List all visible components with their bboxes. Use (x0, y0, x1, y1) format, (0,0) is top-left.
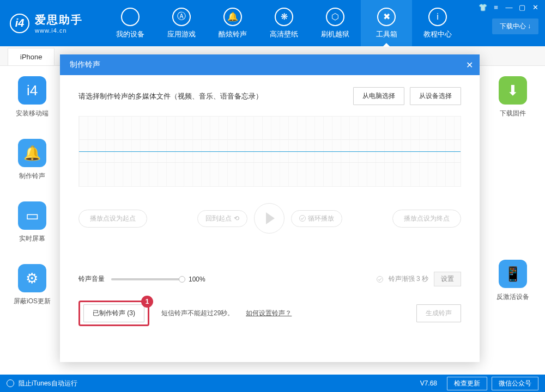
sms-hint: 短信铃声不能超过29秒。 (161, 309, 234, 318)
tool-install-mobile[interactable]: i4安装移动端 (16, 76, 49, 118)
fade-settings-button[interactable]: 设置 (434, 272, 461, 286)
close-icon[interactable]: ✕ (531, 3, 540, 11)
tools-icon: ✖ (377, 8, 396, 26)
apps-icon: Ⓐ (172, 8, 191, 26)
circle-icon (7, 379, 14, 387)
nav-apps[interactable]: Ⓐ应用游戏 (156, 0, 207, 46)
made-ringtones-highlight: 已制作铃声 (3) 1 (78, 301, 149, 326)
logo-icon: i4 (10, 14, 29, 33)
tab-iphone[interactable]: iPhone (8, 48, 55, 65)
shirt-icon[interactable]: 👕 (479, 3, 487, 11)
set-end-button[interactable]: 播放点设为终点 (392, 210, 461, 228)
check-update-button[interactable]: 检查更新 (447, 377, 487, 390)
choose-from-pc-button[interactable]: 从电脑选择 (353, 87, 404, 105)
download-center-button[interactable]: 下载中心 ↓ (492, 19, 538, 34)
play-button[interactable] (254, 203, 284, 234)
info-icon: i (428, 8, 447, 26)
set-start-button[interactable]: 播放点设为起点 (78, 210, 147, 228)
select-file-prompt: 请选择制作铃声的多媒体文件（视频、音乐、语音备忘录） (78, 91, 263, 101)
bell-icon: 🔔 (223, 8, 242, 26)
version-label: V7.68 (420, 379, 437, 387)
wechat-button[interactable]: 微信公众号 (492, 377, 538, 390)
gear-icon: ⚙ (18, 264, 46, 292)
tool-realtime-screen[interactable]: ▭实时屏幕 (18, 201, 46, 243)
brand-logo: i4 爱思助手 www.i4.cn (10, 13, 83, 34)
bell-plus-icon: 🔔 (18, 139, 46, 167)
generate-ringtone-button[interactable]: 生成铃声 (416, 304, 461, 322)
volume-slider[interactable] (111, 278, 182, 280)
cube-down-icon: ⬇ (499, 76, 527, 105)
nav-tutorials[interactable]: i教程中心 (412, 0, 463, 46)
rewind-icon: ⟲ (234, 215, 239, 222)
window-controls: 👕 ≡ — ▢ ✕ (479, 3, 540, 11)
monitor-icon: ▭ (18, 201, 46, 230)
modal-close-button[interactable]: ✕ (466, 60, 473, 70)
menu-icon[interactable]: ≡ (492, 3, 500, 11)
modal-title-text: 制作铃声 (70, 60, 100, 70)
flower-icon: ❋ (275, 8, 293, 26)
play-icon (266, 212, 275, 224)
nav-wallpapers[interactable]: ❋高清壁纸 (258, 0, 310, 46)
loop-button[interactable]: 循环播放 (291, 210, 342, 227)
volume-value: 100% (189, 275, 205, 283)
minimize-icon[interactable]: — (505, 3, 513, 11)
nav-my-device[interactable]: 我的设备 (105, 0, 156, 46)
volume-label: 铃声音量 (78, 274, 105, 284)
tool-download-firmware[interactable]: ⬇下载固件 (499, 76, 527, 118)
box-icon: ⬡ (326, 8, 344, 26)
brand-url: www.i4.cn (35, 27, 83, 34)
i4-icon: i4 (18, 76, 46, 105)
tool-make-ringtone[interactable]: 🔔制作铃声 (18, 139, 46, 181)
check-icon (299, 215, 306, 222)
fade-label: 铃声渐强 3 秒 (389, 274, 428, 284)
tools-right-column: ⬇下载固件 📱反激活设备 (488, 76, 537, 302)
tool-block-ios-update[interactable]: ⚙屏蔽iOS更新 (14, 264, 51, 306)
tool-deactivate-device[interactable]: 📱反激活设备 (496, 260, 529, 302)
back-to-start-button[interactable]: 回到起点⟲ (197, 210, 247, 227)
made-ringtones-button[interactable]: 已制作铃声 (3) (83, 304, 144, 322)
maximize-icon[interactable]: ▢ (518, 3, 526, 11)
nav-flash[interactable]: ⬡刷机越狱 (310, 0, 361, 46)
check-icon (377, 276, 383, 283)
modal-titlebar: 制作铃声 ✕ (60, 54, 480, 75)
choose-from-device-button[interactable]: 从设备选择 (410, 87, 461, 105)
apple-icon (121, 8, 140, 26)
tools-left-column: i4安装移动端 🔔制作铃声 ▭实时屏幕 ⚙屏蔽iOS更新 (8, 76, 57, 306)
how-to-link[interactable]: 如何设置铃声？ (246, 309, 292, 318)
ringtone-modal: 制作铃声 ✕ 请选择制作铃声的多媒体文件（视频、音乐、语音备忘录） 从电脑选择 … (60, 54, 480, 362)
status-bar: 阻止iTunes自动运行 V7.68 检查更新 微信公众号 (0, 375, 545, 392)
waveform-area[interactable] (78, 116, 461, 187)
annotation-badge: 1 (141, 296, 153, 308)
block-itunes-toggle[interactable]: 阻止iTunes自动运行 (19, 379, 77, 388)
app-header: i4 爱思助手 www.i4.cn 我的设备 Ⓐ应用游戏 🔔酷炫铃声 ❋高清壁纸… (0, 0, 545, 46)
nav-ringtones[interactable]: 🔔酷炫铃声 (207, 0, 258, 46)
top-nav: 我的设备 Ⓐ应用游戏 🔔酷炫铃声 ❋高清壁纸 ⬡刷机越狱 ✖工具箱 i教程中心 (105, 0, 463, 46)
nav-toolbox[interactable]: ✖工具箱 (361, 0, 412, 46)
phone-icon: 📱 (499, 260, 527, 288)
brand-name: 爱思助手 (35, 13, 83, 27)
